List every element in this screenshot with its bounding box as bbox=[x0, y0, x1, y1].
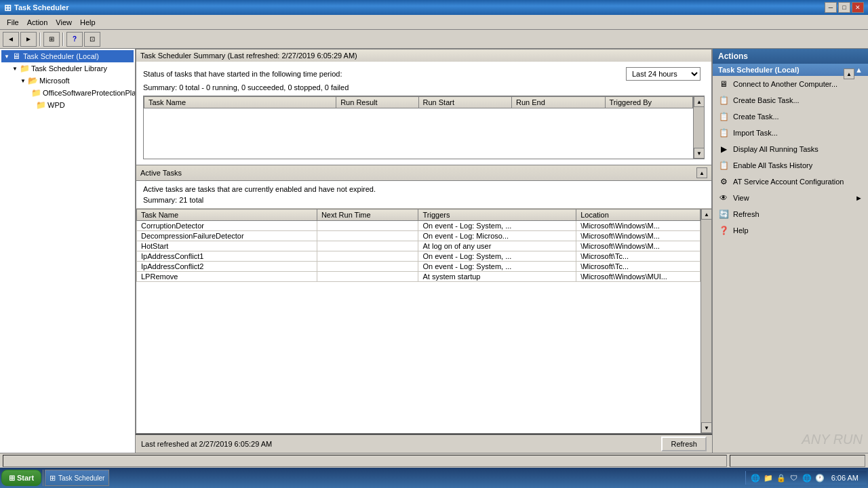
last-refreshed-text: Last refreshed at 2/27/2019 6:05:29 AM bbox=[141, 440, 272, 448]
action-import-task[interactable]: 📋 Import Task... bbox=[713, 125, 868, 141]
next-run-cell bbox=[317, 221, 418, 231]
actions-content: 🖥 Connect to Another Computer... 📋 Creat… bbox=[713, 76, 868, 426]
minimize-button[interactable]: ─ bbox=[825, 2, 837, 13]
system-clock: 6:06 AM bbox=[827, 472, 863, 483]
menu-view[interactable]: View bbox=[52, 17, 76, 28]
action-enable-history[interactable]: 📋 Enable All Tasks History bbox=[713, 157, 868, 174]
menu-file[interactable]: File bbox=[3, 17, 23, 28]
next-run-cell bbox=[317, 231, 418, 241]
action-help[interactable]: ❓ Help bbox=[713, 222, 868, 239]
systray-shield[interactable]: 🛡 bbox=[789, 472, 800, 483]
taskbar-app-btn[interactable]: ⊞ Task Scheduler bbox=[45, 470, 109, 486]
col-run-start: Run Start bbox=[418, 97, 512, 108]
location-cell: \Microsoft\Tc... bbox=[576, 251, 701, 262]
view-submenu-arrow: ► bbox=[855, 194, 863, 202]
tree-arrow-local: ▼ bbox=[3, 52, 11, 60]
table-row[interactable]: DecompressionFailureDetector On event - … bbox=[137, 231, 701, 241]
table-row[interactable]: LPRemove At system startup \Microsoft\Wi… bbox=[137, 272, 701, 282]
tree-label-wpd: WPD bbox=[47, 101, 65, 109]
watermark: ANY RUN bbox=[713, 426, 868, 453]
main-container: ▼ 🖥 Task Scheduler (Local) ▼ 📁 Task Sche… bbox=[0, 49, 868, 453]
col-triggered-by: Triggered By bbox=[605, 97, 692, 108]
active-tasks-table: Task Name Next Run Time Triggers Locatio… bbox=[136, 209, 701, 282]
maximize-button[interactable]: □ bbox=[838, 2, 850, 13]
action-display-running[interactable]: ▶ Display All Running Tasks bbox=[713, 141, 868, 157]
toolbar-grid[interactable]: ⊞ bbox=[43, 32, 60, 47]
action-help-label: Help bbox=[733, 226, 749, 235]
toolbar-sep1 bbox=[39, 33, 41, 46]
scroll-up-summary[interactable]: ▲ bbox=[694, 96, 705, 107]
tree-label-microsoft: Microsoft bbox=[39, 77, 70, 85]
triggers-cell: At system startup bbox=[418, 272, 576, 282]
toolbar-help[interactable]: ? bbox=[66, 32, 83, 47]
table-row[interactable]: CorruptionDetector On event - Log: Syste… bbox=[137, 221, 701, 231]
table-row[interactable]: HotStart At log on of any user \Microsof… bbox=[137, 241, 701, 251]
create-basic-icon: 📋 bbox=[718, 95, 729, 106]
toolbar-forward[interactable]: ► bbox=[20, 32, 37, 47]
tree-item-wpd[interactable]: ▶ 📁 WPD bbox=[1, 99, 134, 111]
action-service-account-label: AT Service Account Configuration bbox=[733, 178, 844, 186]
action-view-label: View bbox=[733, 194, 749, 202]
time-label: Status of tasks that have started in the… bbox=[143, 70, 342, 78]
refresh-icon: 🔄 bbox=[718, 209, 729, 220]
table-row[interactable]: IpAddressConflict2 On event - Log: Syste… bbox=[137, 262, 701, 272]
refresh-button[interactable]: Refresh bbox=[661, 436, 707, 451]
tree-content: ▼ 🖥 Task Scheduler (Local) ▼ 📁 Task Sche… bbox=[0, 49, 135, 453]
tree-icon-wpd: 📁 bbox=[35, 100, 46, 110]
toolbar-alt[interactable]: ⊡ bbox=[84, 32, 100, 47]
col-run-end: Run End bbox=[512, 97, 606, 108]
action-create-task[interactable]: 📋 Create Task... bbox=[713, 108, 868, 125]
systray-lock[interactable]: 🔒 bbox=[776, 472, 787, 483]
systray-net[interactable]: 🌐 bbox=[802, 472, 812, 483]
menu-bar: File Action View Help bbox=[0, 15, 868, 30]
task-name-cell: CorruptionDetector bbox=[137, 221, 317, 231]
toolbar: ◄ ► ⊞ ? ⊡ bbox=[0, 30, 868, 49]
refresh-bar: Last refreshed at 2/27/2019 6:05:29 AM R… bbox=[136, 434, 712, 453]
action-service-account[interactable]: ⚙ AT Service Account Configuration bbox=[713, 174, 868, 190]
systray-ie[interactable]: 🌐 bbox=[750, 472, 761, 483]
active-tasks-description-area: Active tasks are tasks that are currentl… bbox=[136, 181, 711, 208]
scroll-down-active[interactable]: ▼ bbox=[701, 422, 711, 433]
active-tasks-header: Active Tasks ▲ bbox=[136, 165, 712, 181]
service-account-icon: ⚙ bbox=[718, 176, 729, 187]
table-row[interactable]: IpAddressConflict1 On event - Log: Syste… bbox=[137, 251, 701, 262]
time-filter-row: Status of tasks that have started in the… bbox=[143, 67, 705, 81]
location-cell: \Microsoft\Windows\M... bbox=[576, 231, 701, 241]
scrollbar-up-summary[interactable] bbox=[702, 73, 705, 75]
active-tasks-description: Active tasks are tasks that are currentl… bbox=[143, 185, 705, 193]
triggers-cell: On event - Log: System, ... bbox=[418, 251, 576, 262]
scroll-up-active[interactable]: ▲ bbox=[701, 209, 711, 220]
start-label: Start bbox=[17, 474, 34, 482]
view-icon: 👁 bbox=[718, 192, 729, 203]
toolbar-back[interactable]: ◄ bbox=[3, 32, 19, 47]
tree-item-microsoft[interactable]: ▼ 📂 Microsoft bbox=[1, 75, 134, 87]
tree-item-local[interactable]: ▼ 🖥 Task Scheduler (Local) bbox=[1, 50, 134, 62]
time-select[interactable]: Last 24 hours Last hour Last 7 days Last… bbox=[626, 67, 701, 81]
actions-section-label: Task Scheduler (Local) bbox=[718, 66, 800, 74]
tree-item-officespp[interactable]: ▶ 📁 OfficeSoftwareProtectionPla bbox=[1, 87, 134, 99]
systray-clock-icon[interactable]: 🕐 bbox=[814, 472, 825, 483]
action-refresh-label: Refresh bbox=[733, 210, 760, 218]
active-tasks-title: Active Tasks bbox=[140, 169, 182, 177]
tree-item-library[interactable]: ▼ 📁 Task Scheduler Library bbox=[1, 62, 134, 75]
active-tasks-collapse-btn[interactable]: ▲ bbox=[696, 167, 707, 178]
next-run-cell bbox=[317, 251, 418, 262]
menu-help[interactable]: Help bbox=[76, 17, 100, 28]
summary-header-text: Task Scheduler Summary (Last refreshed: … bbox=[140, 52, 357, 60]
close-button[interactable]: ✕ bbox=[852, 2, 864, 13]
start-button[interactable]: ⊞ Start bbox=[1, 470, 41, 486]
systray-folder[interactable]: 📁 bbox=[763, 472, 774, 483]
action-refresh[interactable]: 🔄 Refresh bbox=[713, 206, 868, 222]
actions-collapse-icon: ▲ bbox=[855, 66, 863, 74]
systray-area: 🌐 📁 🔒 🛡 🌐 🕐 6:06 AM bbox=[745, 471, 867, 485]
menu-action[interactable]: Action bbox=[23, 17, 52, 28]
tree-arrow-microsoft: ▼ bbox=[19, 77, 27, 85]
scroll-down-summary[interactable]: ▼ bbox=[694, 148, 705, 159]
tree-icon-library: 📁 bbox=[19, 63, 30, 74]
task-name-cell: DecompressionFailureDetector bbox=[137, 231, 317, 241]
action-view[interactable]: 👁 View ► bbox=[713, 190, 868, 206]
action-create-basic[interactable]: 📋 Create Basic Task... bbox=[713, 92, 868, 108]
app-icon: ⊞ bbox=[4, 3, 12, 13]
action-connect-label: Connect to Another Computer... bbox=[733, 80, 837, 88]
center-panel: Task Scheduler Summary (Last refreshed: … bbox=[136, 49, 712, 453]
